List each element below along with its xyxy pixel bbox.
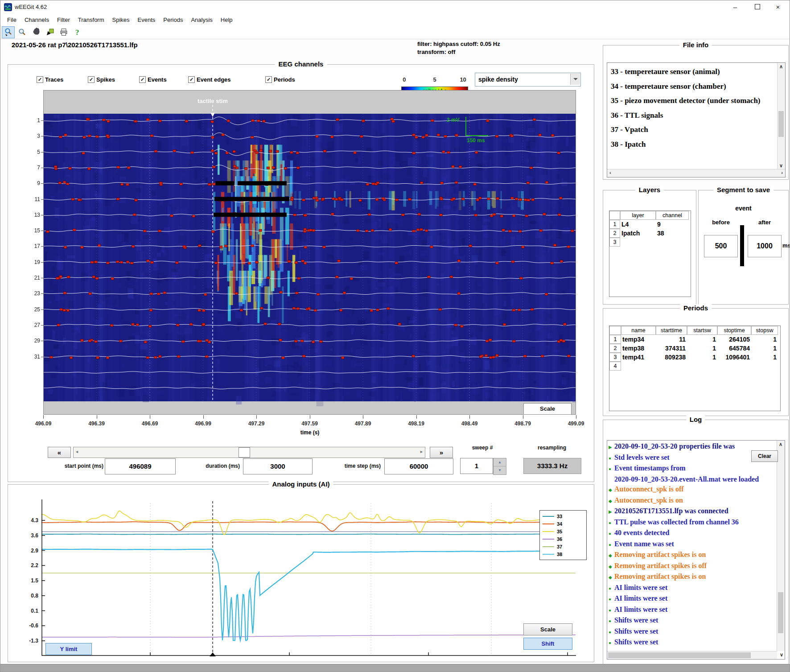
sweep-input[interactable]: 1 <box>460 458 493 474</box>
row-number[interactable]: 2 <box>609 344 621 353</box>
time-step-input[interactable]: 60000 <box>384 458 453 474</box>
checkbox-events[interactable]: ✓Events <box>139 76 167 83</box>
periods-cell[interactable] <box>656 362 687 371</box>
before-input[interactable]: 500 <box>704 235 738 257</box>
scroll-down-icon[interactable]: ∨ <box>779 163 783 169</box>
layers-cell[interactable]: 38 <box>656 229 689 238</box>
periods-cell[interactable]: temp41 <box>621 353 656 362</box>
checkbox-spikes[interactable]: ✓Spikes <box>88 76 115 83</box>
periods-cell[interactable]: 374311 <box>656 344 687 353</box>
time-scrollbar-thumb[interactable] <box>239 447 250 458</box>
file-info-item[interactable]: 33 - temperetaure sensor (animal) <box>607 65 778 79</box>
row-number[interactable]: 3 <box>609 353 621 362</box>
scroll-left-icon[interactable]: ◄ <box>75 449 79 454</box>
periods-cell[interactable]: temp38 <box>621 344 656 353</box>
layers-table[interactable]: layerchannel1L492Ipatch383 <box>609 210 691 297</box>
checkbox-periods[interactable]: ✓Periods <box>265 76 295 83</box>
row-number[interactable]: 4 <box>609 362 621 371</box>
menu-spikes[interactable]: Spikes <box>108 15 134 25</box>
periods-cell[interactable]: 11 <box>656 335 687 344</box>
zoom-out-icon[interactable] <box>16 26 29 38</box>
scroll-down-icon[interactable]: ∨ <box>780 652 783 658</box>
row-number[interactable]: 1 <box>609 335 621 344</box>
time-scrollbar[interactable]: ◄ ► <box>73 447 425 458</box>
eeg-scale-button[interactable]: Scale <box>523 403 572 415</box>
minimize-icon[interactable]: – <box>725 0 745 13</box>
ai-shift-button[interactable]: Shift <box>523 638 572 650</box>
chevron-down-icon[interactable] <box>570 74 580 85</box>
layers-cell[interactable] <box>656 238 689 247</box>
row-number[interactable]: 1 <box>609 220 620 229</box>
file-info-vscrollbar[interactable]: ∧ ∨ <box>777 63 785 169</box>
start-point-input[interactable]: 496089 <box>105 458 176 474</box>
vscroll-thumb[interactable] <box>778 111 784 137</box>
eeg-heatmap-canvas[interactable] <box>43 90 576 415</box>
file-info-item[interactable]: 34 - temperetaure sensor (chamber) <box>607 79 778 94</box>
display-mode-dropdown[interactable]: spike density <box>475 73 581 87</box>
checkbox-box[interactable]: ✓ <box>139 76 146 83</box>
menu-file[interactable]: File <box>3 15 21 25</box>
pan-hand-icon[interactable] <box>29 26 42 38</box>
menu-events[interactable]: Events <box>134 15 160 25</box>
scroll-left-icon[interactable]: ‹ <box>609 170 611 175</box>
stepper-up-icon[interactable]: ▲ <box>494 458 506 466</box>
page-back-button[interactable]: « <box>48 447 71 458</box>
clear-log-button[interactable]: Clear <box>751 450 778 462</box>
periods-cell[interactable]: 1 <box>687 353 717 362</box>
checkbox-box[interactable]: ✓ <box>88 76 95 83</box>
scroll-right-icon[interactable]: ► <box>420 449 424 454</box>
checkbox-event-edges[interactable]: ✓Event edges <box>188 76 231 83</box>
file-info-hscrollbar[interactable]: ‹ › <box>607 169 785 177</box>
scroll-right-icon[interactable]: › <box>781 170 783 175</box>
menu-analysis[interactable]: Analysis <box>187 15 216 25</box>
checkbox-box[interactable]: ✓ <box>188 76 195 83</box>
periods-cell[interactable] <box>687 362 717 371</box>
select-trace-icon[interactable] <box>43 26 56 38</box>
menu-periods[interactable]: Periods <box>159 15 187 25</box>
menu-filter[interactable]: Filter <box>53 15 74 25</box>
maximize-icon[interactable] <box>748 0 767 13</box>
periods-cell[interactable]: 1096401 <box>717 353 751 362</box>
zoom-in-icon[interactable] <box>2 26 15 38</box>
after-input[interactable]: 1000 <box>748 235 782 257</box>
periods-cell[interactable] <box>717 362 751 371</box>
stepper-down-icon[interactable]: ▼ <box>494 466 506 474</box>
log-list[interactable]: ▶2020-09-10_20-53-20 properties file was… <box>607 440 785 660</box>
log-vscrollbar[interactable]: ∧ <box>777 441 785 651</box>
scroll-up-icon[interactable]: ∧ <box>779 64 783 70</box>
y-limit-button[interactable]: Y limit <box>45 643 92 655</box>
scroll-up-icon[interactable]: ∧ <box>779 441 782 447</box>
log-hscrollbar[interactable]: ∨ <box>607 651 777 659</box>
file-info-item[interactable]: 38 - Ipatch <box>607 137 778 152</box>
periods-cell[interactable]: 1 <box>751 344 778 353</box>
checkbox-box[interactable]: ✓ <box>265 76 272 83</box>
checkbox-traces[interactable]: ✓Traces <box>37 76 63 83</box>
periods-cell[interactable]: 645784 <box>717 344 751 353</box>
layers-cell[interactable] <box>620 238 656 247</box>
periods-table[interactable]: namestarttimestartswstoptimestopsw1temp3… <box>609 326 781 411</box>
periods-cell[interactable]: 264105 <box>717 335 751 344</box>
periods-cell[interactable]: temp34 <box>621 335 656 344</box>
layers-cell[interactable]: Ipatch <box>620 229 656 238</box>
file-info-item[interactable]: 37 - Vpatch <box>607 123 778 137</box>
help-icon[interactable]: ? <box>71 26 84 38</box>
hscroll-thumb[interactable] <box>608 652 751 658</box>
vscroll-thumb[interactable] <box>778 592 783 633</box>
sweep-stepper[interactable]: ▲▼ <box>493 458 506 475</box>
row-number[interactable]: 3 <box>609 238 620 247</box>
periods-cell[interactable]: 809238 <box>656 353 687 362</box>
periods-cell[interactable]: 1 <box>687 344 717 353</box>
periods-cell[interactable] <box>621 362 656 371</box>
duration-input[interactable]: 3000 <box>243 458 313 474</box>
layers-cell[interactable]: L4 <box>620 220 656 229</box>
file-info-item[interactable]: 36 - TTL signals <box>607 108 778 123</box>
menu-channels[interactable]: Channels <box>21 15 53 25</box>
periods-cell[interactable] <box>751 362 778 371</box>
ai-scale-button[interactable]: Scale <box>523 623 572 635</box>
page-forward-button[interactable]: » <box>430 447 453 458</box>
ai-plot-canvas[interactable] <box>41 499 576 657</box>
periods-cell[interactable]: 1 <box>751 335 778 344</box>
checkbox-box[interactable]: ✓ <box>37 76 43 83</box>
periods-cell[interactable]: 1 <box>751 353 778 362</box>
layers-cell[interactable]: 9 <box>656 220 689 229</box>
